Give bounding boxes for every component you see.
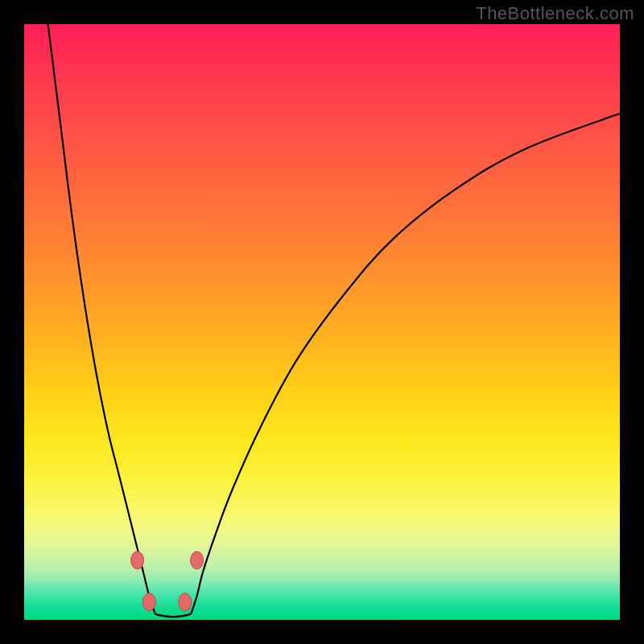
curve-left-branch (48, 24, 155, 614)
marker-dot (131, 551, 144, 569)
marker-dot (179, 593, 192, 611)
marker-dot (142, 593, 155, 611)
watermark-text: TheBottleneck.com (476, 3, 634, 24)
plot-area (24, 24, 620, 620)
chart-frame: TheBottleneck.com (0, 0, 644, 644)
curve-trough (155, 614, 191, 617)
marker-dot (191, 551, 204, 569)
bottleneck-curve (24, 24, 620, 620)
curve-right-branch (191, 114, 620, 614)
